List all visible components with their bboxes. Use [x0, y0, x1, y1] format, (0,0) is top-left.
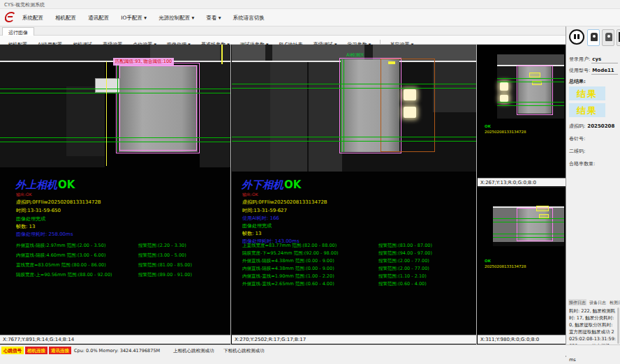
menu-io-config[interactable]: IO手配置 ▾: [117, 10, 151, 26]
mid-result-title: 外下相机OK: [242, 179, 301, 192]
menu-language-switch[interactable]: 系统语言切换: [229, 10, 269, 26]
left-frames: 帧数: 13: [16, 223, 36, 230]
left-coords-bar: X:7677;Y:891;R:14;G:14;B:14: [0, 335, 230, 344]
camera-view-button[interactable]: [587, 29, 600, 46]
connector-tab: [95, 78, 120, 93]
needle-row: 卷针号:: [569, 135, 585, 142]
log-tab-operation[interactable]: 操作日志: [568, 299, 586, 305]
camera-icon: [591, 33, 598, 41]
menubar: 系统配置 相机配置 通讯配置 IO手配置 ▾ 光源控制配置 ▾ 查看 ▾ 系统语…: [0, 9, 620, 26]
camera-image-mid[interactable]: AI检测区: [232, 45, 477, 172]
mid-time: 时间:13-31-59-627: [242, 207, 287, 214]
thumb-bottom-ok: OK: [485, 259, 491, 263]
menu-system-config[interactable]: 系统配置: [18, 10, 47, 26]
measure-row: 直线宽度=83.05mm 范围:(80.00 - 86.00)报警范围:(81.…: [16, 262, 106, 268]
virtual-code-row: 虚拟码:20250208: [569, 123, 614, 130]
lower-cam-heartbeat-text: 下相机心跳检测成功: [223, 348, 265, 354]
model-value: Mode11: [592, 68, 614, 73]
statusbar: 心跳信号 相机连接 通讯连接 Cpu: 0.0% Memory: 3424.41…: [0, 344, 620, 356]
window-title: CYS-视觉检测系统: [4, 2, 45, 8]
model-underline: [591, 74, 618, 75]
thumb-bottom-coords-bar: X:311;Y:980;R:0;G:0;B:0: [478, 335, 566, 344]
app-window: CYS-视觉检测系统 系统配置 相机配置 通讯配置 IO手配置 ▾ 光源控制配置…: [0, 0, 620, 364]
mid-result-sub: 输出:OK: [242, 192, 258, 198]
log-tab-detect[interactable]: 检测日志: [609, 299, 620, 305]
camera-image-left[interactable]: 匹配阈值:93, 吻合阈值:100: [0, 45, 231, 167]
login-underline: [591, 63, 618, 63]
left-result-title: 外上相机OK: [15, 179, 75, 192]
match-threshold-label: 匹配阈值:93, 吻合阈值:100: [113, 58, 174, 66]
thumb-top-coords-bar: X:267;Y:13;R:0;G:0;B:0: [478, 178, 566, 187]
webcam-icon: [605, 33, 612, 41]
camera-image-thumb-bottom[interactable]: [493, 204, 564, 246]
measure-row: 隔膜宽度-上=90.56mm 范围:(88.00 - 92.00)报警范围:(8…: [16, 272, 112, 278]
sidebar: 登录用户:cys 使用型号:Mode11 总结果: 结果 结果 虚拟码:2025…: [566, 26, 620, 357]
left-barcode: 虚拟码:0FFIiw2025020813313472B: [16, 199, 101, 206]
mid-ai-line: 使用AI耗时: 166: [242, 215, 279, 222]
log-tab-device[interactable]: 设备日志: [589, 299, 607, 305]
thumb-bottom-code: 20250208133134728: [485, 264, 526, 268]
comm-link-badge: 通讯连接: [49, 347, 71, 354]
record-button[interactable]: [602, 29, 614, 46]
tabstrip: 运行图像: [0, 26, 620, 36]
camera-thumb-inner-lower[interactable]: OK 20250208133134728 X:311;Y:980;R:0;G:0…: [478, 189, 566, 344]
measure-row: 内侧直线-隔膜=4.38mm 范围:(0.00 - 9.00)报警范围:(2.0…: [242, 266, 334, 272]
mid-done: 图像处理完成: [242, 222, 272, 229]
result-box-1: 结果: [569, 86, 605, 100]
measure-row: 外侧直线-直线=2.65mm 范围:(0.60 - 4.00)报警范围:(0.6…: [242, 281, 334, 287]
qr-row: 二维码:: [569, 148, 585, 155]
measure-row: 内侧直线-隔膜:4.60mm 范围:(3.00 - 6.00)报警范围:(3.0…: [16, 252, 105, 259]
heartbeat-badge: 心跳信号: [1, 347, 24, 354]
titlebar: CYS-视觉检测系统: [0, 0, 620, 9]
ai-zone-label: AI检测区: [346, 52, 364, 59]
tab-run-image[interactable]: 运行图像: [2, 27, 34, 36]
camera-panel-outer-upper[interactable]: 匹配阈值:93, 吻合阈值:100 外上相机OK 输出:OK 虚拟码:0FFIi…: [0, 45, 231, 344]
result-box-2: 结果: [569, 103, 605, 117]
app-logo-icon: [3, 12, 16, 22]
left-result-sub: 输出:OK: [16, 192, 32, 198]
left-time: 时间:13-31-59-650: [16, 207, 61, 214]
main-area: 匹配阈值:93, 吻合阈值:100 外上相机OK 输出:OK 虚拟码:0FFIi…: [0, 45, 566, 344]
measure-row: 隔膜宽度-下=95.24mm 范围:(92.00 - 98.00)报警范围:(9…: [242, 250, 339, 257]
measure-row: 外侧直线-隔膜:2.97mm 范围:(2.00 - 3.50)报警范围:(2.2…: [16, 243, 105, 249]
toolbar: 相机配置 AI使用配置 相机调试 高级设置 点位设置 ▾ 图像处理 ▾ 基准线参…: [0, 36, 620, 45]
exit-button[interactable]: [617, 29, 620, 46]
log-scrollbar[interactable]: [617, 308, 619, 344]
upper-cam-heartbeat-text: 上相机心跳检测成功: [173, 348, 214, 354]
pause-icon: [574, 34, 576, 39]
measure-row: 内侧直线-直线=1.90mm 范围:(1.00 - 2.20)报警范围:(1.1…: [242, 273, 334, 280]
measure-row: 上直线宽度=83.77mm 范围:(82.00 - 88.00)报警范围:(83…: [242, 243, 337, 249]
virtual-code-value: 20250208: [587, 123, 614, 129]
mid-frames: 帧数: 13: [242, 230, 262, 237]
camera-link-badge: 相机连接: [25, 347, 47, 354]
menu-light-config[interactable]: 光源控制配置 ▾: [154, 10, 198, 26]
menu-camera-config[interactable]: 相机配置: [51, 10, 80, 26]
log-tabs: 操作日志设备日志检测日志: [568, 300, 620, 306]
left-elapsed: 图像处理耗时: 258.00ms: [16, 231, 73, 238]
cpu-memory-text: Cpu: 0.0% Memory: 3424.41796875M: [74, 348, 160, 354]
left-done: 图像处理完成: [16, 215, 45, 222]
thumb-top-code: 20250208133134728: [485, 130, 526, 134]
pause-button[interactable]: [569, 29, 584, 45]
measure-row: 外侧直线-隔膜=4.38mm 范围:(0.00 - 9.00)报警范围:(2.0…: [242, 258, 334, 264]
mid-coords-bar: X:270;Y:2502;R:17;G:17;B:17: [232, 335, 476, 344]
menu-comm-config[interactable]: 通讯配置: [84, 10, 113, 26]
camera-panel-outer-lower[interactable]: AI检测区 外下相机OK 输出:OK 虚拟码:0FFIiw20250208133…: [232, 45, 477, 344]
login-user-row: 登录用户:cys: [569, 56, 601, 63]
menu-view[interactable]: 查看 ▾: [202, 10, 225, 26]
login-user-value: cys: [592, 56, 601, 62]
thumb-top-ok: OK: [485, 124, 491, 128]
pass-rate-row: 合格率数量:: [569, 160, 595, 167]
model-row: 使用型号:Mode11: [569, 67, 614, 74]
mid-barcode: 虚拟码:0FFIiw2025020813313472B: [242, 199, 327, 206]
camera-image-thumb-top[interactable]: [497, 54, 564, 119]
camera-thumb-inner-upper[interactable]: OK 20250208133134728 X:267;Y:13;R:0;G:0;…: [478, 45, 566, 188]
total-result-label: 总结果:: [569, 78, 586, 85]
